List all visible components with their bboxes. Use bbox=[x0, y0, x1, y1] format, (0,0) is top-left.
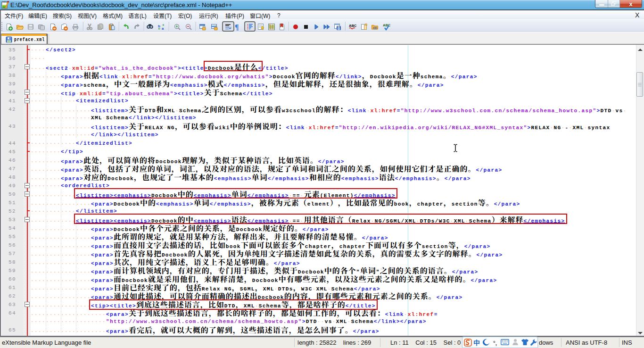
svg-text:b: b bbox=[158, 24, 160, 28]
svg-text:¶: ¶ bbox=[235, 23, 239, 31]
svg-text:ABC: ABC bbox=[349, 24, 356, 28]
svg-text:ABC: ABC bbox=[383, 23, 390, 27]
svg-text:a: a bbox=[162, 26, 164, 31]
